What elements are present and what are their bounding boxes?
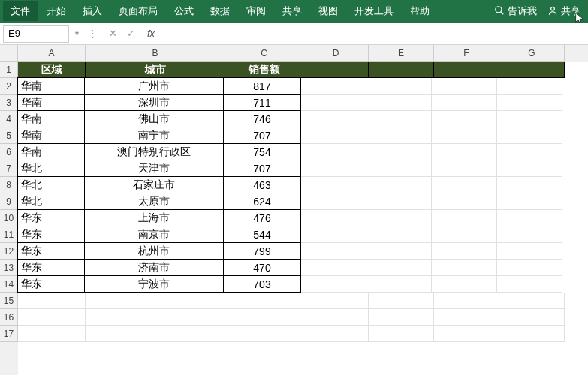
cell-G15[interactable] [499, 292, 565, 309]
cell-G12[interactable] [497, 243, 562, 260]
cell-B16[interactable] [86, 309, 225, 326]
cell-F5[interactable] [432, 128, 497, 144]
ribbon-tab-8[interactable]: 开发工具 [347, 2, 401, 21]
cell-A7[interactable]: 华北 [17, 160, 85, 177]
cell-D1[interactable] [303, 62, 369, 78]
row-header-4[interactable]: 4 [0, 111, 18, 128]
ribbon-tab-7[interactable]: 视图 [311, 2, 345, 21]
cell-B1[interactable]: 城市 [86, 62, 225, 78]
cell-E11[interactable] [366, 226, 432, 243]
cell-G7[interactable] [497, 160, 562, 177]
cell-C9[interactable]: 624 [223, 193, 301, 210]
cell-E4[interactable] [366, 111, 432, 128]
cell-A5[interactable]: 华南 [17, 127, 85, 144]
cell-C1[interactable]: 销售额 [225, 62, 303, 78]
row-header-12[interactable]: 12 [0, 243, 18, 260]
row-header-17[interactable]: 17 [0, 326, 18, 342]
cell-G5[interactable] [497, 128, 562, 144]
cell-C14[interactable]: 703 [223, 275, 301, 292]
cell-F7[interactable] [432, 160, 497, 177]
tell-me-button[interactable]: 告诉我 [490, 2, 541, 21]
row-header-10[interactable]: 10 [0, 210, 18, 226]
cell-B11[interactable]: 南京市 [84, 226, 224, 243]
cell-A2[interactable]: 华南 [17, 77, 85, 94]
cell-A1[interactable]: 区域 [18, 62, 86, 78]
cell-B9[interactable]: 太原市 [84, 193, 224, 210]
cell-F3[interactable] [432, 94, 497, 111]
cell-E14[interactable] [366, 276, 432, 292]
cell-E2[interactable] [366, 78, 432, 94]
cell-D2[interactable] [301, 78, 366, 94]
cell-D3[interactable] [301, 94, 366, 111]
row-header-9[interactable]: 9 [0, 194, 18, 210]
cell-G4[interactable] [497, 111, 562, 128]
cell-A13[interactable]: 华东 [17, 259, 85, 276]
cell-B12[interactable]: 杭州市 [84, 242, 224, 260]
cell-F11[interactable] [432, 226, 497, 243]
cell-F8[interactable] [432, 177, 497, 194]
cell-F9[interactable] [432, 194, 497, 210]
cell-A15[interactable] [18, 292, 86, 309]
cell-B8[interactable]: 石家庄市 [84, 176, 224, 194]
ribbon-tab-0[interactable]: 开始 [39, 2, 74, 21]
cell-E7[interactable] [366, 160, 432, 177]
row-header-2[interactable]: 2 [0, 78, 18, 94]
cell-C13[interactable]: 470 [223, 259, 301, 276]
row-header-3[interactable]: 3 [0, 94, 18, 111]
cell-C5[interactable]: 707 [223, 127, 301, 144]
cell-D16[interactable] [303, 309, 369, 326]
cell-C3[interactable]: 711 [223, 94, 301, 111]
cell-F13[interactable] [432, 260, 497, 276]
cell-C16[interactable] [225, 309, 303, 326]
cell-D7[interactable] [301, 160, 366, 177]
cell-B3[interactable]: 深圳市 [84, 94, 224, 111]
col-header-C[interactable]: C [225, 45, 303, 62]
cell-C15[interactable] [225, 292, 303, 309]
cell-A17[interactable] [18, 326, 86, 342]
row-header-11[interactable]: 11 [0, 226, 18, 243]
ribbon-tab-2[interactable]: 页面布局 [111, 2, 165, 21]
cell-B7[interactable]: 天津市 [84, 160, 224, 177]
cell-B5[interactable]: 南宁市 [84, 127, 224, 144]
select-all-corner[interactable] [0, 45, 18, 62]
cell-C7[interactable]: 707 [223, 160, 301, 177]
cell-A4[interactable]: 华南 [17, 110, 85, 128]
cell-G10[interactable] [497, 210, 562, 226]
cell-E6[interactable] [366, 144, 432, 160]
cell-E12[interactable] [366, 243, 432, 260]
row-header-14[interactable]: 14 [0, 276, 18, 292]
cell-F10[interactable] [432, 210, 497, 226]
cell-E9[interactable] [366, 194, 432, 210]
ribbon-tab-file[interactable]: 文件 [3, 2, 38, 21]
cell-D9[interactable] [301, 194, 366, 210]
cell-G13[interactable] [497, 260, 562, 276]
cell-D13[interactable] [301, 260, 366, 276]
share-button[interactable]: 共享 [543, 2, 585, 21]
cell-A16[interactable] [18, 309, 86, 326]
cell-F4[interactable] [432, 111, 497, 128]
cell-G16[interactable] [499, 309, 565, 326]
cell-G11[interactable] [497, 226, 562, 243]
cell-A8[interactable]: 华北 [17, 176, 85, 194]
cell-D12[interactable] [301, 243, 366, 260]
cell-A12[interactable]: 华东 [17, 242, 85, 260]
row-header-5[interactable]: 5 [0, 128, 18, 144]
cell-C10[interactable]: 476 [223, 209, 301, 226]
col-header-E[interactable]: E [369, 45, 434, 62]
cell-C11[interactable]: 544 [223, 226, 301, 243]
cell-E16[interactable] [369, 309, 434, 326]
spreadsheet-grid[interactable]: ABCDEFG 1234567891011121314151617 区域城市销售… [0, 45, 588, 375]
cell-A3[interactable]: 华南 [17, 94, 85, 111]
cell-A10[interactable]: 华东 [17, 209, 85, 226]
cell-D4[interactable] [301, 111, 366, 128]
cell-G3[interactable] [497, 94, 562, 111]
cancel-button[interactable]: ✕ [107, 28, 120, 39]
cell-E17[interactable] [369, 326, 434, 342]
cell-F17[interactable] [434, 326, 499, 342]
cell-A6[interactable]: 华南 [17, 143, 85, 160]
ribbon-tab-5[interactable]: 审阅 [239, 2, 273, 21]
cell-D14[interactable] [301, 276, 366, 292]
col-header-A[interactable]: A [18, 45, 86, 62]
cell-C17[interactable] [225, 326, 303, 342]
cell-F1[interactable] [434, 62, 499, 78]
